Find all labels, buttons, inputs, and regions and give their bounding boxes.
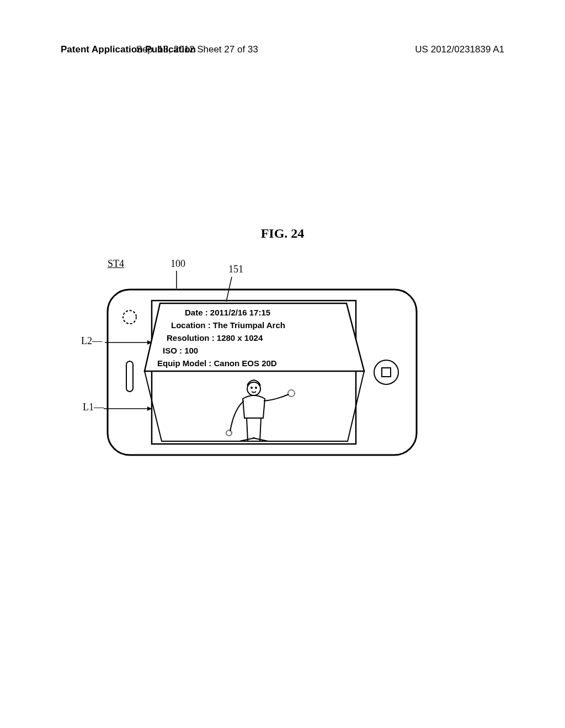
header-patent-number: US 2012/0231839 A1 bbox=[415, 44, 504, 55]
svg-point-4 bbox=[123, 311, 136, 324]
figure-title: FIG. 24 bbox=[261, 226, 305, 241]
info-date: Date : 2011/2/16 17:15 bbox=[185, 308, 270, 317]
person-photo bbox=[226, 380, 295, 441]
info-iso: ISO : 100 bbox=[163, 346, 198, 355]
page-header: Patent Application Publication Sep. 13, … bbox=[0, 44, 565, 55]
header-date-sheet: Sep. 13, 2012 Sheet 27 of 33 bbox=[136, 44, 258, 55]
info-equip: Equip Model : Canon EOS 20D bbox=[157, 358, 277, 368]
svg-point-10 bbox=[255, 387, 257, 388]
svg-point-2 bbox=[374, 360, 398, 384]
info-resolution: Resolution : 1280 x 1024 bbox=[167, 333, 263, 342]
svg-rect-5 bbox=[126, 361, 133, 392]
svg-point-12 bbox=[288, 390, 295, 397]
svg-point-9 bbox=[251, 387, 252, 388]
device-diagram: Date : 2011/2/16 17:15 Location : The Tr… bbox=[72, 251, 425, 472]
svg-point-8 bbox=[247, 382, 260, 395]
svg-rect-3 bbox=[382, 368, 391, 377]
svg-point-11 bbox=[226, 430, 232, 436]
info-location: Location : The Triumpal Arch bbox=[171, 320, 285, 330]
